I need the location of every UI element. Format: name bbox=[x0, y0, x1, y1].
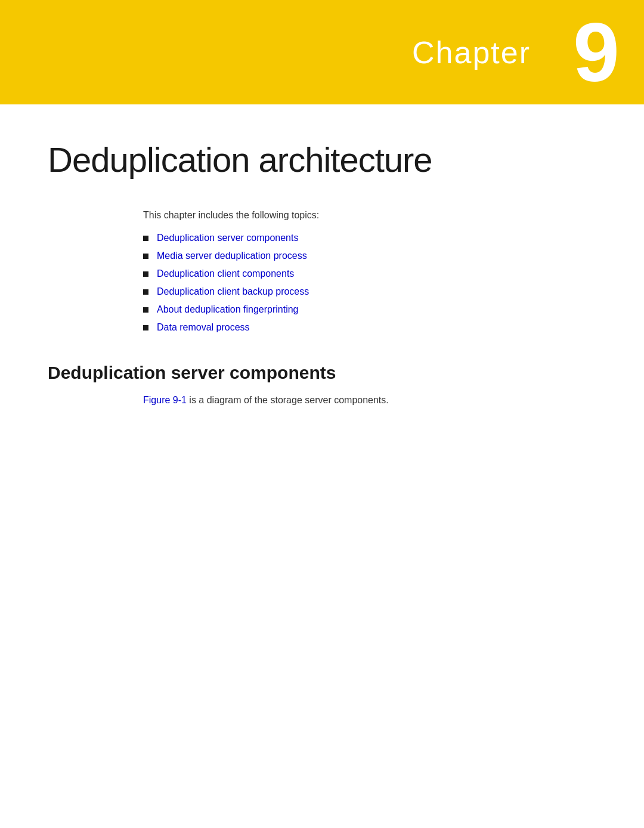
bullet-icon bbox=[143, 307, 148, 313]
topic-link-4[interactable]: Deduplication client backup process bbox=[157, 286, 309, 297]
section-heading-dedup-server: Deduplication server components bbox=[48, 363, 596, 383]
section-intro-suffix: is a diagram of the storage server compo… bbox=[187, 395, 389, 405]
chapter-label: Chapter bbox=[412, 35, 531, 70]
list-item: Deduplication client components bbox=[143, 268, 596, 279]
list-item: Data removal process bbox=[143, 322, 596, 333]
figure-9-1-link[interactable]: Figure 9-1 bbox=[143, 395, 187, 405]
page-title: Deduplication architecture bbox=[48, 140, 596, 180]
list-item: Deduplication server components bbox=[143, 233, 596, 243]
list-item: Media server deduplication process bbox=[143, 251, 596, 261]
section-intro-text: Figure 9-1 is a diagram of the storage s… bbox=[143, 395, 596, 406]
list-item: Deduplication client backup process bbox=[143, 286, 596, 297]
topic-link-3[interactable]: Deduplication client components bbox=[157, 268, 294, 279]
intro-text: This chapter includes the following topi… bbox=[143, 210, 596, 221]
chapter-header: Chapter 9 bbox=[0, 0, 644, 104]
bullet-icon bbox=[143, 254, 148, 259]
topic-link-1[interactable]: Deduplication server components bbox=[157, 233, 298, 243]
topics-list: Deduplication server components Media se… bbox=[143, 233, 596, 333]
chapter-number: 9 bbox=[573, 11, 620, 94]
main-content: Deduplication architecture This chapter … bbox=[0, 104, 644, 441]
bullet-icon bbox=[143, 271, 148, 277]
bullet-icon bbox=[143, 289, 148, 295]
bullet-icon bbox=[143, 325, 148, 330]
bullet-icon bbox=[143, 236, 148, 241]
topic-link-6[interactable]: Data removal process bbox=[157, 322, 250, 333]
topic-link-2[interactable]: Media server deduplication process bbox=[157, 251, 307, 261]
topic-link-5[interactable]: About deduplication fingerprinting bbox=[157, 304, 299, 315]
list-item: About deduplication fingerprinting bbox=[143, 304, 596, 315]
